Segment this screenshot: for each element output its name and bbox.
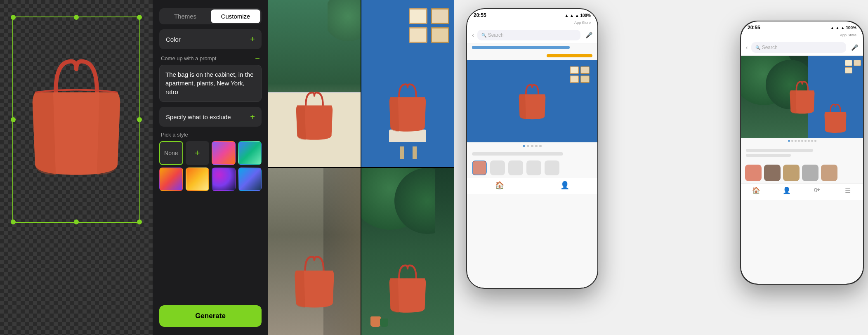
- phone-back-tab-bar: 🏠 👤: [467, 178, 597, 194]
- style-item-5[interactable]: [212, 168, 236, 191]
- product-image: [25, 50, 128, 182]
- phone2-skeleton: [741, 144, 863, 162]
- prompt-header: Come up with a prompt −: [159, 54, 262, 62]
- style-grid: None +: [159, 141, 262, 191]
- back-arrow-icon[interactable]: ‹: [472, 32, 474, 38]
- dot-1: [523, 145, 525, 147]
- phone-back-product-img: [467, 60, 597, 142]
- phone-front-search-bar: ‹ 🔍 Search 🎤: [741, 40, 863, 56]
- exclude-section[interactable]: Specify what to exclude +: [159, 107, 262, 127]
- phone-back-store: App Store: [467, 20, 597, 27]
- grid-image-2[interactable]: [361, 0, 454, 167]
- tab-themes[interactable]: Themes: [160, 9, 210, 23]
- skeleton-3: [472, 152, 563, 156]
- handle-top-center[interactable]: [74, 15, 79, 20]
- grid-image-4[interactable]: [361, 168, 454, 335]
- grid-image-3[interactable]: [268, 168, 361, 335]
- phone2-thumb-4[interactable]: [802, 165, 818, 181]
- search-icon: 🔍: [481, 33, 486, 38]
- phone-front-screen: 20:55 ▲ ▲ ▲ 100% App Store ‹ 🔍 Search 🎤: [741, 21, 863, 284]
- thumb-2[interactable]: [490, 160, 505, 175]
- phone2-thumbs: [741, 162, 863, 184]
- prompt-label: Come up with a prompt: [161, 55, 216, 61]
- exclude-add-button[interactable]: +: [250, 113, 255, 121]
- phone-front-store: App Store: [741, 32, 863, 40]
- phone-back-status: 20:55 ▲ ▲ ▲ 100%: [467, 9, 597, 20]
- handle-middle-left[interactable]: [11, 117, 16, 122]
- search-placeholder: Search: [488, 32, 504, 38]
- phone-front: 20:55 ▲ ▲ ▲ 100% App Store ‹ 🔍 Search 🎤: [740, 21, 864, 285]
- handle-top-right[interactable]: [137, 15, 142, 20]
- phone-back-tab-home[interactable]: 🏠: [467, 181, 532, 190]
- style-item-1[interactable]: [212, 141, 236, 165]
- style-item-6[interactable]: [238, 168, 262, 191]
- phone2-bar-1: [746, 149, 813, 152]
- skeleton-2: [547, 54, 592, 57]
- thumb-row: [467, 158, 597, 178]
- phone-back: 20:55 ▲ ▲ ▲ 100% App Store ‹ 🔍 Search 🎤: [466, 8, 598, 289]
- phone-back-tab-profile[interactable]: 👤: [532, 181, 597, 190]
- phone-back-dots: [467, 142, 597, 150]
- dot-5: [539, 145, 542, 147]
- style-item-3[interactable]: [159, 168, 183, 191]
- style-label: Pick a style: [159, 132, 262, 138]
- style-item-2[interactable]: [238, 141, 262, 165]
- style-section: Pick a style None +: [159, 132, 262, 191]
- phone-front-product-img: [741, 56, 863, 138]
- thumb-4[interactable]: [526, 160, 541, 175]
- phone-front-status: 20:55 ▲ ▲ ▲ 100%: [741, 21, 863, 32]
- color-add-button[interactable]: +: [250, 35, 255, 43]
- phone2-tab-menu[interactable]: ☰: [833, 186, 863, 195]
- skeleton-1: [472, 46, 570, 49]
- phone-front-icons: ▲ ▲ ▲ 100%: [830, 26, 856, 30]
- style-add[interactable]: +: [186, 141, 210, 165]
- thumb-5[interactable]: [545, 160, 559, 175]
- controls-panel: Themes Customize Color + Come up with a …: [153, 0, 268, 335]
- phone-back-search-bar: ‹ 🔍 Search 🎤: [467, 27, 597, 43]
- handle-bottom-center[interactable]: [74, 219, 79, 224]
- prompt-collapse-button[interactable]: −: [255, 54, 260, 62]
- dot-3: [531, 145, 533, 147]
- prompt-textarea[interactable]: The bag is on the cabinet, in the apartm…: [159, 65, 262, 102]
- phone2-tab-profile[interactable]: 👤: [771, 186, 802, 195]
- front-search-placeholder: Search: [762, 45, 778, 50]
- front-search-icon: 🔍: [755, 45, 760, 50]
- handle-middle-right[interactable]: [137, 117, 142, 122]
- phone2-thumb-5[interactable]: [821, 165, 837, 181]
- phone-front-dots: [741, 138, 863, 144]
- generate-button[interactable]: Generate: [159, 305, 262, 327]
- style-item-4[interactable]: [186, 168, 210, 191]
- front-mic-icon[interactable]: 🎤: [851, 44, 858, 51]
- editor-panel: [0, 0, 153, 335]
- tab-customize[interactable]: Customize: [211, 9, 260, 23]
- thumb-3[interactable]: [508, 160, 523, 175]
- tab-row: Themes Customize: [159, 8, 262, 24]
- phone-back-time: 20:55: [474, 12, 486, 18]
- color-section[interactable]: Color +: [159, 29, 262, 49]
- phone-front-time: 20:55: [748, 25, 760, 31]
- grid-image-1[interactable]: [268, 0, 361, 167]
- phone2-thumb-2[interactable]: [764, 165, 781, 181]
- phone-back-search-field[interactable]: 🔍 Search: [477, 30, 580, 40]
- phones-panel: 20:55 ▲ ▲ ▲ 100% App Store ‹ 🔍 Search 🎤: [454, 0, 868, 335]
- phone2-thumb-3[interactable]: [783, 165, 800, 181]
- phone-front-tab-bar: 🏠 👤 🛍 ☰: [741, 184, 863, 200]
- phone-back-screen: 20:55 ▲ ▲ ▲ 100% App Store ‹ 🔍 Search 🎤: [467, 9, 597, 288]
- phone2-tab-cart[interactable]: 🛍: [802, 186, 833, 195]
- front-back-arrow-icon[interactable]: ‹: [746, 44, 748, 51]
- color-label: Color: [166, 36, 181, 43]
- phone-front-search-field[interactable]: 🔍 Search: [751, 42, 846, 53]
- handle-bottom-left[interactable]: [11, 219, 16, 224]
- style-none[interactable]: None: [159, 141, 183, 165]
- prompt-section: Come up with a prompt − The bag is on th…: [159, 54, 262, 102]
- dot-2: [527, 145, 529, 147]
- phone2-thumb-1[interactable]: [745, 165, 762, 181]
- handle-top-left[interactable]: [11, 15, 16, 20]
- phone2-bar-2: [746, 154, 791, 157]
- mic-icon[interactable]: 🎤: [585, 32, 592, 38]
- dot-4: [535, 145, 538, 147]
- thumb-1[interactable]: [472, 160, 487, 175]
- image-grid-panel: [268, 0, 454, 335]
- phone2-tab-home[interactable]: 🏠: [741, 186, 771, 195]
- handle-bottom-right[interactable]: [137, 219, 142, 224]
